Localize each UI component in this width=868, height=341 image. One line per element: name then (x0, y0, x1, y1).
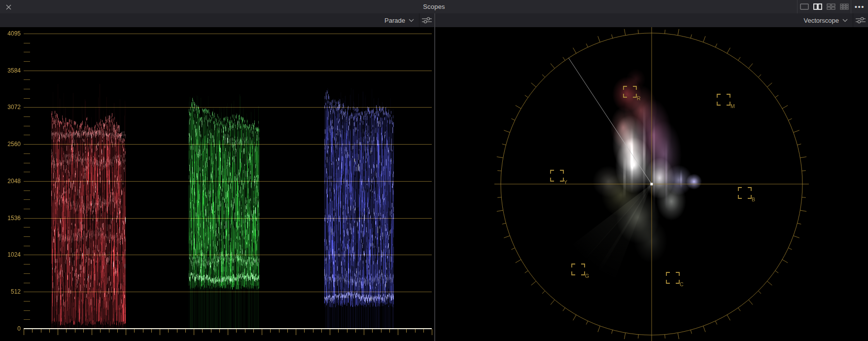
layout-quad-icon (827, 3, 835, 10)
vectorscope-scope-select[interactable]: Vectorscope (799, 13, 853, 27)
vectorscope-target-C: C (666, 272, 684, 287)
scopes-window: Scopes (0, 0, 868, 341)
vectorscope-target-label: B (752, 196, 755, 202)
vectorscope-target-Y: Y (551, 170, 567, 185)
window-title: Scopes (0, 3, 868, 10)
sliders-icon (421, 17, 432, 24)
parade-scale-label: 0 (3, 325, 21, 332)
vectorscope-header: Vectorscope (435, 13, 868, 27)
parade-scale-label: 2048 (3, 178, 21, 185)
vectorscope-scope-area: RMBCGY (435, 27, 868, 341)
vectorscope-target-label: C (680, 281, 684, 287)
layout-single-button[interactable] (798, 0, 811, 13)
layout-dual-button[interactable] (811, 0, 824, 13)
parade-scale-label: 2560 (3, 141, 21, 148)
vectorscope-target-label: R (637, 95, 641, 101)
parade-header: Parade (0, 13, 434, 27)
vectorscope-graticule: RMBCGY (435, 27, 868, 341)
titlebar-controls: ••• (797, 0, 868, 13)
titlebar: Scopes (0, 0, 868, 13)
parade-scale-label: 3584 (3, 67, 21, 74)
menu-dots-button[interactable]: ••• (851, 0, 868, 13)
parade-scale-label: 1536 (3, 215, 21, 222)
parade-scale-label: 4095 (3, 30, 21, 37)
parade-select-label: Parade (384, 17, 405, 24)
parade-scope-select[interactable]: Parade (380, 13, 419, 27)
vectorscope-select-label: Vectorscope (803, 17, 839, 24)
vectorscope-target-label: M (730, 103, 735, 109)
layout-nine-button[interactable] (837, 0, 851, 13)
vectorscope-target-G: G (572, 264, 589, 279)
layout-quad-button[interactable] (824, 0, 837, 13)
vectorscope-target-label: Y (564, 179, 567, 185)
parade-scale-label: 3072 (3, 104, 21, 111)
parade-waveform-canvas (0, 27, 434, 341)
chevron-down-icon (409, 19, 414, 22)
parade-scale-label: 1024 (3, 251, 21, 258)
vectorscope-target-label: G (585, 273, 589, 279)
vectorscope-settings-button[interactable] (853, 13, 868, 27)
parade-scope-area: 40953584307225602048153610245120 (0, 27, 434, 341)
vectorscope-target-R: R (624, 86, 641, 101)
parade-scale-label: 512 (3, 288, 21, 295)
chevron-down-icon (842, 19, 848, 22)
parade-settings-button[interactable] (419, 13, 434, 27)
sliders-icon (855, 17, 866, 24)
vectorscope-target-B: B (738, 188, 755, 202)
layout-single-icon (800, 3, 809, 10)
layout-nine-icon (840, 3, 849, 10)
vectorscope-target-M: M (717, 94, 735, 109)
layout-dual-icon (813, 3, 822, 10)
